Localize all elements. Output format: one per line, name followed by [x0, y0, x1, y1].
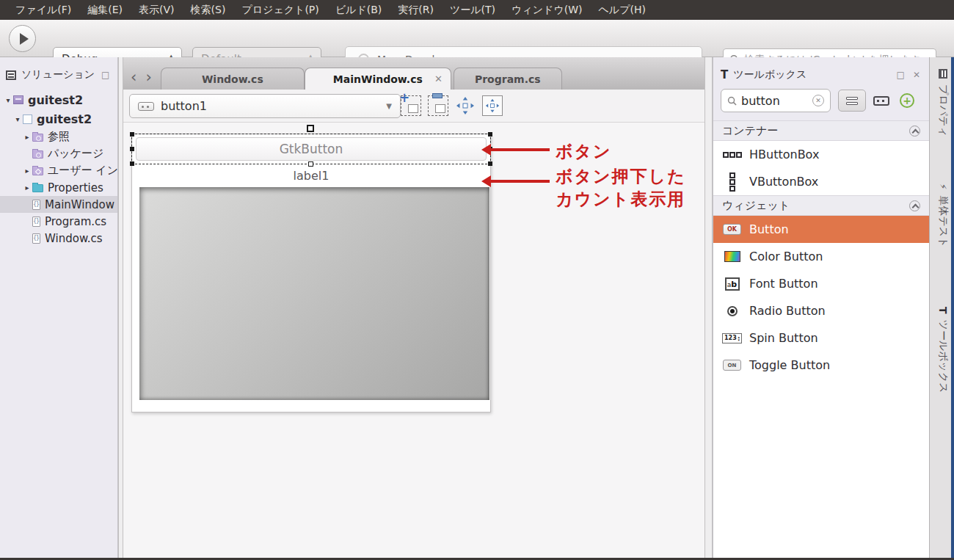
add-widget-icon[interactable]: + [401, 95, 421, 116]
list-view-icon[interactable] [838, 90, 866, 112]
solution-tree-item[interactable]: ▾guitest2 [0, 90, 117, 109]
widget-selector-value: button1 [161, 99, 379, 113]
splitter-right[interactable] [704, 57, 713, 558]
add-widget-icon[interactable]: + [900, 93, 914, 108]
main-toolbar: Debug ▲▼ Default ▲▼ MonoDevelop [0, 20, 954, 57]
toolbox-item-toggle-button[interactable]: ONToggle Button [713, 352, 929, 379]
dock-icon[interactable]: □ [895, 70, 906, 79]
collapse-section-icon[interactable] [909, 200, 920, 211]
tab-mainwindow-cs[interactable]: MainWindow.cs✕ [305, 68, 451, 90]
play-icon [20, 33, 29, 45]
clear-search-icon[interactable]: ✕ [812, 95, 824, 106]
solution-tree-item[interactable]: Window.cs [0, 230, 117, 247]
gtk-button[interactable]: GtkButton [136, 137, 487, 161]
toolbox-title: ツールボックス [733, 68, 889, 81]
toolbox-item-vbuttonbox[interactable]: VButtonBox [713, 168, 929, 195]
menu-item-project[interactable]: プロジェクト(P) [233, 0, 327, 20]
collapse-section-icon[interactable] [909, 126, 920, 137]
gtk-client-area[interactable] [139, 187, 489, 400]
tree-item-label: guitest2 [28, 93, 83, 107]
run-button[interactable] [9, 25, 36, 52]
side-tab-toolbox[interactable]: Tツールボックス [936, 307, 950, 393]
solution-tree-item[interactable]: Program.cs [0, 213, 117, 230]
menu-item-view[interactable]: 表示(V) [131, 0, 183, 20]
menu-item-file[interactable]: ファイル(F) [7, 0, 79, 20]
toolbox-item-label: VButtonBox [749, 175, 818, 189]
toolbox-item-button[interactable]: OKButton [713, 216, 929, 243]
gtk-label[interactable]: label1 [132, 164, 490, 186]
side-tab-properties[interactable]: プロパティ [936, 69, 950, 137]
widget-selector[interactable]: button1 ▼ [129, 94, 401, 118]
solution-tree-item[interactable]: MainWindow [0, 196, 117, 213]
solution-pad-icon [6, 70, 16, 80]
menu-item-tools[interactable]: ツール(T) [442, 0, 503, 20]
expander-right-icon[interactable]: ▸ [22, 167, 32, 175]
menu-item-run[interactable]: 実行(R) [390, 0, 442, 20]
section-title: コンテナー [722, 124, 778, 138]
toolbox-item-label: HButtonBox [749, 148, 819, 161]
menu-item-window[interactable]: ウィンドウ(W) [503, 0, 590, 20]
toolbox-item-font-button[interactable]: abFont Button [713, 270, 929, 297]
tab-label: Program.cs [475, 73, 541, 85]
close-icon[interactable]: ✕ [911, 70, 922, 79]
toolbox-section-header[interactable]: ウィジェット [713, 195, 929, 216]
solution-tree-item[interactable]: ▸ユーザー イン [0, 162, 117, 179]
annotation-label-note-line2: カウント表示用 [556, 188, 685, 211]
toolbox-icon: T [937, 307, 949, 314]
hbuttonbox-icon [722, 152, 742, 158]
move-widget-icon[interactable] [455, 95, 476, 116]
tab-window-cs[interactable]: Window.cs [161, 68, 305, 90]
toolbox-item-color-button[interactable]: Color Button [713, 243, 929, 270]
resize-handle[interactable] [130, 132, 134, 137]
screen-edge [951, 57, 954, 558]
toolbox-item-radio-button[interactable]: Radio Button [713, 297, 929, 324]
toolbox-section-header[interactable]: コンテナー [713, 120, 929, 141]
menu-item-help[interactable]: ヘルプ(H) [590, 0, 653, 20]
menu-item-search[interactable]: 検索(S) [183, 0, 234, 20]
unit-test-icon: ⚡ [938, 183, 948, 189]
expander-down-icon[interactable]: ▾ [3, 96, 13, 104]
close-tab-icon[interactable]: ✕ [434, 73, 443, 84]
tree-item-label: パッケージ [48, 147, 103, 161]
gtk-button-cell[interactable]: GtkButton [132, 134, 490, 164]
menu-item-edit[interactable]: 編集(E) [79, 0, 131, 20]
expander-right-icon[interactable]: ▸ [22, 183, 32, 192]
toolbox-pad: T ツールボックス □ ✕ ✕ + [713, 57, 929, 558]
color-button-icon [722, 251, 742, 262]
tab-nav-forward-icon[interactable]: › [145, 68, 151, 86]
document-tabs: Window.csMainWindow.cs✕Program.cs [161, 68, 562, 90]
gtk-window-preview[interactable]: GtkButton label1 [131, 134, 491, 412]
document-tab-bar: ‹ › Window.csMainWindow.cs✕Program.cs [123, 57, 704, 90]
solution-tree-item[interactable]: ▸参照 [0, 128, 117, 145]
tab-nav-back-icon[interactable]: ‹ [131, 68, 136, 86]
splitter-left[interactable] [118, 57, 123, 558]
solution-tree-item[interactable]: ▾guitest2 [0, 109, 117, 128]
toolbox-item-label: Button [749, 222, 789, 236]
solution-tree-item[interactable]: ▸Properties [0, 179, 117, 196]
toolbox-item-hbuttonbox[interactable]: HButtonBox [713, 141, 929, 168]
toolbox-item-spin-button[interactable]: 123▴▾Spin Button [713, 324, 929, 352]
toolbox-search-input[interactable] [741, 94, 798, 108]
side-tab-strip: プロパティ⚡単体テストTツールボックス [929, 57, 954, 558]
resize-handle[interactable] [130, 147, 134, 151]
tab-program-cs[interactable]: Program.cs [454, 68, 562, 90]
resize-handle-top[interactable] [307, 125, 314, 132]
solution-pad: ソリューション □ ✕ ▾guitest2▾guitest2▸参照パッケージ▸ユ… [0, 57, 118, 558]
expander-right-icon[interactable]: ▸ [22, 133, 32, 141]
side-tab-unit-test[interactable]: ⚡単体テスト [936, 183, 950, 247]
resize-handle[interactable] [488, 132, 492, 137]
compact-view-icon[interactable] [873, 96, 889, 106]
select-container-icon[interactable] [428, 95, 448, 116]
tab-label: MainWindow.cs [333, 73, 423, 85]
side-tab-label: ツールボックス [936, 320, 950, 393]
toolbox-search[interactable]: ✕ [721, 89, 831, 112]
toolbox-item-label: Radio Button [749, 304, 826, 318]
solution-tree: ▾guitest2▾guitest2▸参照パッケージ▸ユーザー イン▸Prope… [0, 90, 117, 247]
properties-icon [939, 69, 947, 79]
menu-item-build[interactable]: ビルド(B) [327, 0, 390, 20]
widget-operations-icon[interactable] [482, 95, 503, 116]
tree-item-label: MainWindow [45, 198, 114, 211]
dock-icon[interactable]: □ [100, 70, 111, 79]
solution-tree-item[interactable]: パッケージ [0, 145, 117, 162]
expander-down-icon[interactable]: ▾ [12, 115, 23, 123]
